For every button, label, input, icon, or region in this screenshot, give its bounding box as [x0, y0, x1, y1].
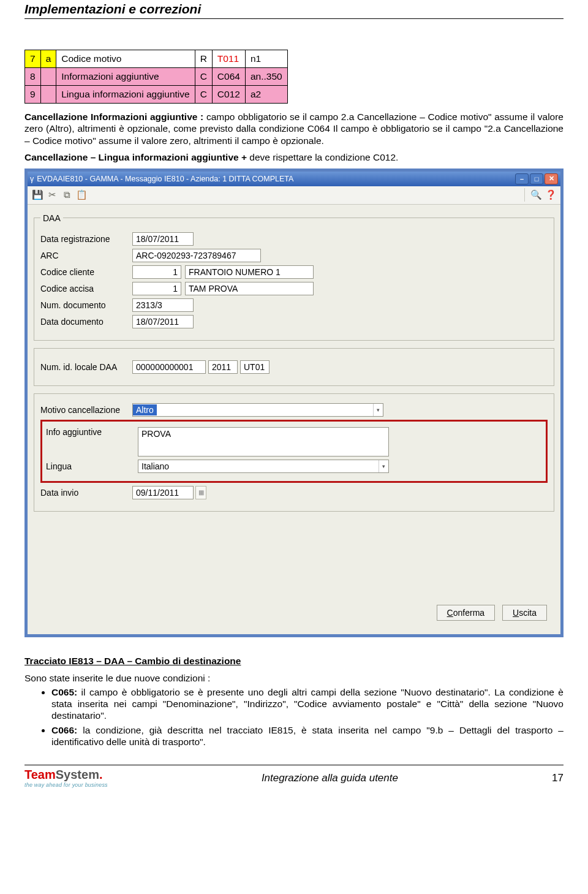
section-heading: Tracciato IE813 – DAA – Cambio di destin… — [24, 656, 564, 667]
conferma-button[interactable]: Conferma — [437, 605, 495, 621]
fld-arc[interactable]: ARC-0920293-723789467 — [132, 249, 261, 262]
chevron-down-icon: ▾ — [379, 460, 388, 472]
lbl-num-doc: Num. documento — [40, 300, 132, 310]
paste-icon[interactable]: 📋 — [75, 189, 88, 201]
lbl-cod-accisa: Codice accisa — [40, 284, 132, 294]
section-intro: Sono state inserite le due nuove condizi… — [24, 673, 564, 684]
bullet-list: C065: il campo è obbligatorio se è prese… — [24, 686, 564, 748]
fld-accisa[interactable]: TAM PROVA — [185, 282, 314, 295]
bullet-c065: C065: il campo è obbligatorio se è prese… — [51, 686, 564, 722]
para-cancel-info: Cancellazione Informazioni aggiuntive : … — [24, 111, 564, 146]
lbl-data-doc: Data documento — [40, 317, 132, 327]
fld-info[interactable]: PROVA — [138, 427, 389, 456]
fld-num-doc[interactable]: 2313/3 — [132, 298, 194, 312]
footer-rule — [24, 765, 564, 765]
group-daa-legend: DAA — [40, 213, 63, 223]
window-title: EVDAAIE810 - GAMMA - Messaggio IE810 - A… — [37, 175, 293, 183]
cut-icon[interactable]: ✂ — [46, 189, 58, 201]
fld-cod-accisa[interactable]: 1 — [132, 282, 181, 295]
fld-cod-cliente[interactable]: 1 — [132, 265, 181, 279]
toolbar: 💾 ✂ ⧉ 📋 🔍 ❓ — [28, 186, 560, 205]
calendar-icon[interactable]: ▦ — [195, 486, 206, 499]
footer-center: Integrazione alla guida utente — [108, 772, 552, 784]
minimize-button[interactable]: – — [515, 173, 529, 184]
lbl-arc: ARC — [40, 251, 132, 260]
fld-id3[interactable]: UT01 — [240, 360, 270, 374]
spec-table: 7aCodice motivoRT011n18Informazioni aggi… — [24, 50, 288, 104]
app-window: γ EVDAAIE810 - GAMMA - Messaggio IE810 -… — [24, 169, 564, 637]
fld-data-reg[interactable]: 18/07/2011 — [132, 232, 194, 246]
save-icon[interactable]: 💾 — [31, 189, 43, 201]
title-rule — [24, 18, 564, 19]
sel-motivo[interactable]: Altro ▾ — [132, 403, 383, 417]
logo: TeamSystem. the way ahead for your busin… — [24, 768, 108, 788]
page-title: Implementazioni e correzioni — [24, 2, 564, 17]
footer-page: 17 — [552, 772, 564, 784]
fld-data-doc[interactable]: 18/07/2011 — [132, 315, 194, 328]
lbl-cod-cliente: Codice cliente — [40, 267, 132, 277]
titlebar: γ EVDAAIE810 - GAMMA - Messaggio IE810 -… — [28, 172, 560, 186]
lbl-info: Info aggiuntive — [46, 427, 138, 437]
footer: TeamSystem. the way ahead for your busin… — [24, 768, 564, 792]
sel-lingua[interactable]: Italiano ▾ — [138, 460, 389, 473]
lbl-lingua: Lingua — [46, 461, 138, 471]
uscita-button[interactable]: Uscita — [502, 605, 547, 621]
fld-cliente[interactable]: FRANTOIO NUMERO 1 — [185, 265, 314, 279]
group-cancel: Motivo cancellazione Altro ▾ Info aggiun… — [34, 393, 554, 512]
group-idlocale: Num. id. locale DAA 000000000001 2011 UT… — [34, 348, 554, 386]
lbl-data-reg: Data registrazione — [40, 234, 132, 244]
help-icon[interactable]: ❓ — [545, 189, 557, 201]
chevron-down-icon: ▾ — [373, 404, 383, 416]
para-cancel-lang: Cancellazione – Lingua informazioni aggi… — [24, 151, 564, 163]
bullet-c066: C066: la condizione, già descritta nel t… — [51, 724, 564, 748]
lbl-data-invio: Data invio — [40, 488, 132, 498]
app-icon: γ — [30, 175, 34, 183]
fld-id1[interactable]: 000000000001 — [132, 360, 206, 374]
highlight-redbox: Info aggiuntive PROVA Lingua Italiano ▾ — [40, 420, 548, 483]
group-daa: DAA Data registrazione 18/07/2011 ARC AR… — [34, 213, 554, 341]
fld-id2[interactable]: 2011 — [208, 360, 238, 374]
search-icon[interactable]: 🔍 — [530, 189, 542, 201]
copy-icon[interactable]: ⧉ — [61, 189, 73, 201]
lbl-motivo: Motivo cancellazione — [40, 405, 132, 415]
lbl-id-locale: Num. id. locale DAA — [40, 362, 132, 372]
maximize-button[interactable]: □ — [530, 173, 543, 184]
close-button[interactable]: ✕ — [545, 173, 558, 184]
fld-data-invio[interactable]: 09/11/2011 — [132, 486, 194, 499]
